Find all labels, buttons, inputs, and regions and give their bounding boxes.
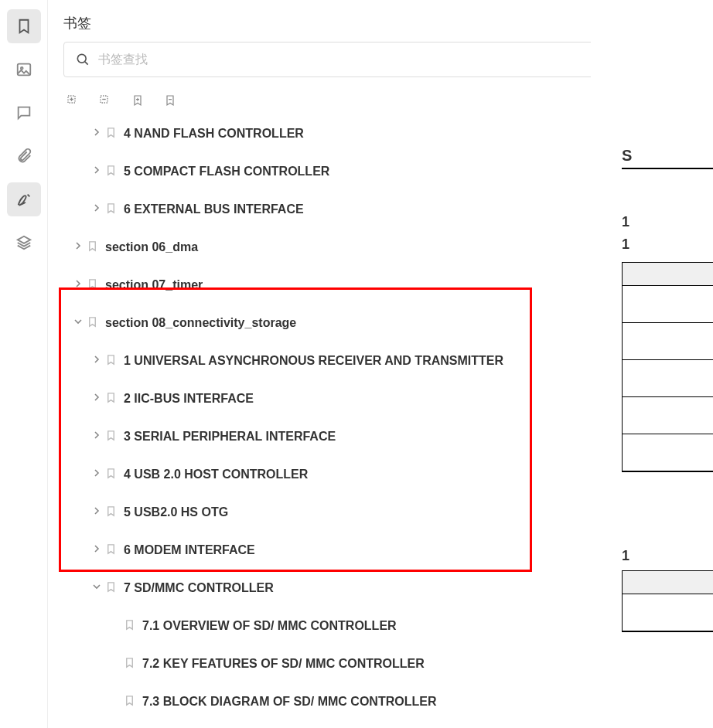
bookmark-icon bbox=[87, 239, 101, 252]
doc-item: 1 bbox=[622, 548, 713, 564]
doc-table-fragment bbox=[622, 570, 713, 632]
bookmark-label: section 08_connectivity_storage bbox=[105, 315, 667, 332]
bookmark-minus-icon[interactable] bbox=[162, 93, 178, 108]
bookmark-label: 4 NAND FLASH CONTROLLER bbox=[124, 125, 667, 142]
svg-point-2 bbox=[77, 54, 86, 63]
bookmark-label: 1 UNIVERSAL ASYNCHRONOUS RECEIVER AND TR… bbox=[124, 352, 667, 369]
bookmark-icon bbox=[124, 617, 138, 631]
bookmark-label: 3 SERIAL PERIPHERAL INTERFACE bbox=[124, 428, 667, 445]
caret-right-icon[interactable] bbox=[93, 542, 105, 553]
bookmark-icon bbox=[105, 352, 119, 366]
bookmark-icon bbox=[105, 390, 119, 403]
add-bookmark-icon[interactable] bbox=[65, 93, 80, 108]
caret-right-icon[interactable] bbox=[93, 352, 105, 363]
caret-down-icon[interactable] bbox=[93, 580, 105, 590]
search-icon bbox=[75, 52, 90, 67]
bookmark-label: 7 SD/MMC CONTROLLER bbox=[124, 580, 667, 597]
bookmark-label: section 06_dma bbox=[105, 239, 667, 256]
caret-right-icon bbox=[111, 617, 124, 621]
bookmark-icon bbox=[105, 163, 119, 176]
layers-tab-icon[interactable] bbox=[7, 226, 41, 260]
bookmark-icon bbox=[87, 277, 101, 290]
caret-right-icon[interactable] bbox=[93, 201, 105, 212]
panel-title: 书签 bbox=[63, 14, 91, 32]
caret-down-icon[interactable] bbox=[74, 315, 87, 325]
remove-bookmark-icon[interactable] bbox=[97, 93, 113, 108]
bookmark-icon bbox=[105, 504, 119, 517]
bookmark-icon bbox=[87, 315, 101, 328]
caret-right-icon[interactable] bbox=[93, 163, 105, 174]
bookmark-icon bbox=[105, 466, 119, 479]
bookmark-label: 2 IIC-BUS INTERFACE bbox=[124, 390, 667, 407]
bookmark-plus-icon[interactable] bbox=[130, 93, 145, 108]
bookmark-icon bbox=[105, 125, 119, 138]
attachment-tab-icon[interactable] bbox=[7, 139, 41, 173]
bookmark-label: 7.3 BLOCK DIAGRAM OF SD/ MMC CONTROLLER bbox=[142, 693, 667, 710]
bookmark-icon bbox=[124, 655, 138, 668]
caret-right-icon[interactable] bbox=[74, 239, 87, 250]
bookmark-icon bbox=[105, 580, 119, 593]
caret-right-icon bbox=[111, 693, 124, 696]
caret-right-icon[interactable] bbox=[93, 390, 105, 401]
caret-right-icon[interactable] bbox=[93, 466, 105, 477]
caret-right-icon bbox=[111, 655, 124, 658]
bookmark-label: 6 EXTERNAL BUS INTERFACE bbox=[124, 201, 667, 218]
svg-point-1 bbox=[20, 67, 22, 70]
caret-right-icon[interactable] bbox=[93, 125, 105, 136]
doc-table-fragment bbox=[622, 262, 713, 472]
bookmark-icon bbox=[105, 542, 119, 555]
document-preview: S 1 1 1 bbox=[591, 0, 713, 728]
bookmark-label: 6 MODEM INTERFACE bbox=[124, 542, 667, 559]
bookmark-label: 4 USB 2.0 HOST CONTROLLER bbox=[124, 466, 667, 483]
doc-item: 1 bbox=[622, 214, 713, 230]
bookmark-label: 5 COMPACT FLASH CONTROLLER bbox=[124, 163, 667, 180]
bookmark-label: 7.1 OVERVIEW OF SD/ MMC CONTROLLER bbox=[142, 617, 667, 634]
sidebar-toolbar bbox=[0, 0, 48, 728]
bookmark-label: section 07_timer bbox=[105, 277, 667, 294]
caret-right-icon[interactable] bbox=[74, 277, 87, 287]
caret-right-icon[interactable] bbox=[93, 428, 105, 439]
bookmark-icon bbox=[124, 693, 138, 706]
doc-heading: S bbox=[622, 147, 713, 169]
bookmark-tab-icon[interactable] bbox=[7, 9, 41, 43]
bookmark-label: 7.2 KEY FEATURES OF SD/ MMC CONTROLLER bbox=[142, 655, 667, 672]
bookmark-label: 5 USB2.0 HS OTG bbox=[124, 504, 667, 521]
bookmark-icon bbox=[105, 428, 119, 441]
doc-item: 1 bbox=[622, 236, 713, 253]
comment-tab-icon[interactable] bbox=[7, 96, 41, 130]
image-tab-icon[interactable] bbox=[7, 53, 41, 87]
caret-right-icon[interactable] bbox=[93, 504, 105, 515]
signature-tab-icon[interactable] bbox=[7, 182, 41, 216]
bookmark-icon bbox=[105, 201, 119, 214]
